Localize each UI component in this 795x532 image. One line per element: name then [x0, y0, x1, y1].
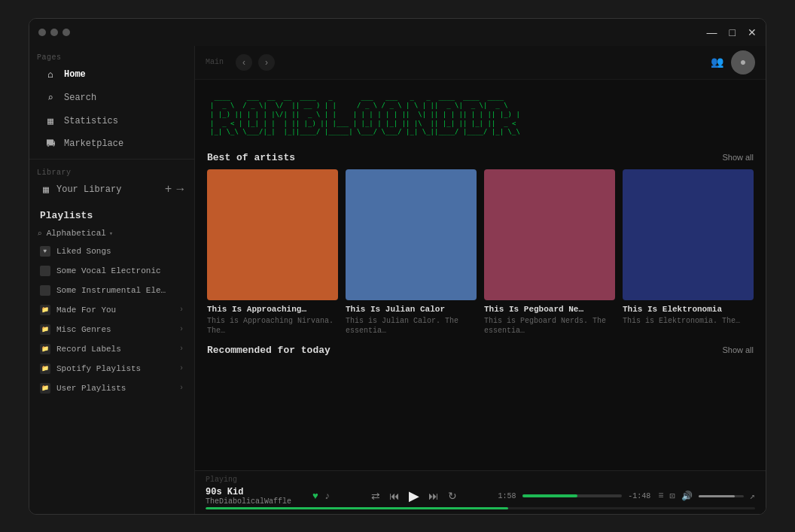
volume-bar[interactable] [699, 495, 744, 497]
fullscreen-icon[interactable]: ↗ [750, 491, 755, 502]
artist-card-julian-calor[interactable]: This Is Julian Calor This is Julian Calo… [346, 169, 477, 336]
artist-card-image-elektronomia [623, 169, 754, 300]
music-note-icon[interactable]: ♪ [324, 491, 330, 502]
shuffle-button[interactable]: ⇄ [371, 490, 380, 502]
playlist-item-liked[interactable]: ♥ Liked Songs [29, 242, 194, 261]
playlist-item-instrumental[interactable]: Some Instrumental Ele… [29, 281, 194, 300]
maximize-button[interactable]: □ [730, 26, 736, 38]
liked-songs-icon: ♥ [40, 246, 50, 257]
artist-card-title-julian: This Is Julian Calor [346, 305, 477, 314]
sidebar-item-marketplace[interactable]: ⛟ Marketplace [34, 133, 190, 155]
record-labels-folder-icon: 📁 [40, 344, 50, 354]
app-window: — □ ✕ Pages ⌂ Home ⌕ Search ▦ Statistics [29, 18, 766, 515]
track-artist: TheDiabolicalWaffle [206, 497, 303, 506]
track-info: 90s Kid TheDiabolicalWaffle [206, 487, 303, 506]
minimize-button[interactable]: — [707, 26, 717, 38]
player-right-controls: ≡ ⊡ 🔊 ↗ [658, 491, 755, 502]
prev-button[interactable]: ⏮ [389, 490, 400, 502]
playlist-item-misc-genres[interactable]: 📁 Misc Genres › [29, 320, 194, 339]
playlist-item-spotify-playlists[interactable]: 📁 Spotify Playlists › [29, 359, 194, 378]
misc-genres-folder-icon: 📁 [40, 324, 50, 335]
artist-card-subtitle-julian: This is Julian Calor. The essentia… [346, 316, 477, 336]
artist-card-title-approaching: This Is Approaching… [207, 305, 338, 314]
your-library-label: Your Library [56, 184, 160, 195]
user-playlists-chevron-icon: › [179, 384, 184, 392]
progress-bar[interactable] [522, 494, 623, 497]
playlist-item-vocal-electronic[interactable]: Some Vocal Electronic [29, 261, 194, 281]
spotify-playlists-label: Spotify Playlists [56, 364, 141, 373]
sidebar-item-statistics[interactable]: ▦ Statistics [34, 110, 190, 132]
artist-card-approaching-nirvana[interactable]: This Is Approaching… This is Approaching… [207, 169, 338, 336]
sidebar: Pages ⌂ Home ⌕ Search ▦ Statistics ⛟ Mar… [29, 46, 195, 514]
close-button[interactable]: ✕ [748, 26, 757, 38]
artist-card-title-elektronomia: This Is Elektronomia [623, 305, 754, 314]
full-progress-bar[interactable] [206, 507, 755, 509]
app-body: Pages ⌂ Home ⌕ Search ▦ Statistics ⛟ Mar… [29, 46, 766, 514]
artist-card-elektronomia[interactable]: This Is Elektronomia This is Elektronomi… [623, 169, 754, 336]
traffic-light-maximize[interactable] [62, 29, 70, 36]
forward-button[interactable]: › [258, 54, 275, 71]
library-label: Library [29, 164, 194, 178]
queue-icon[interactable]: ≡ [658, 491, 663, 501]
artist-card-image-pegboard [484, 169, 615, 300]
full-progress-row [206, 507, 755, 509]
recommended-show-all[interactable]: Show all [722, 345, 754, 354]
instrumental-label: Some Instrumental Ele… [56, 286, 166, 295]
expand-library-button[interactable]: → [176, 183, 184, 196]
search-icon: ⌕ [44, 92, 56, 104]
pages-section: Pages ⌂ Home ⌕ Search ▦ Statistics ⛟ Mar… [29, 46, 194, 159]
recommended-title: Recommended for today [207, 345, 330, 356]
traffic-light-close[interactable] [38, 29, 46, 36]
artist-card-pegboard-nerds[interactable]: This Is Pegboard Ne… This is Pegboard Ne… [484, 169, 615, 336]
library-section: Library ▦ Your Library + → [29, 159, 194, 205]
best-of-artists-header: Best of artists Show all [207, 152, 754, 163]
titlebar: — □ ✕ [29, 19, 766, 46]
recommended-header: Recommended for today Show all [207, 345, 754, 356]
traffic-light-minimize[interactable] [50, 29, 58, 36]
home-icon: ⌂ [44, 69, 56, 81]
playing-label: Playing [206, 476, 755, 484]
volume-icon[interactable]: 🔊 [681, 491, 693, 502]
avatar[interactable]: ● [731, 50, 755, 74]
best-of-artists-show-all[interactable]: Show all [722, 153, 754, 162]
progress-bar-fill [522, 494, 577, 497]
playlists-section: Playlists ⌕ Alphabetical ▾ ♥ Liked Songs… [29, 205, 194, 514]
play-button[interactable]: ▶ [409, 488, 419, 504]
marketplace-icon: ⛟ [44, 138, 56, 150]
player-controls: ⇄ ⏮ ▶ ⏭ ↻ [338, 488, 491, 504]
best-of-artists-title: Best of artists [207, 152, 295, 163]
devices-icon[interactable]: ⊡ [670, 491, 675, 502]
misc-genres-chevron-icon: › [179, 325, 184, 333]
sidebar-item-search[interactable]: ⌕ Search [34, 87, 190, 109]
artist-card-subtitle-approaching: This is Approaching Nirvana. The… [207, 316, 338, 336]
artist-card-title-pegboard: This Is Pegboard Ne… [484, 305, 615, 314]
instrumental-icon [40, 285, 50, 296]
window-controls: — □ ✕ [707, 26, 757, 38]
artist-cards-grid: This Is Approaching… This is Approaching… [207, 169, 754, 336]
playlist-item-user-playlists[interactable]: 📁 User Playlists › [29, 378, 194, 398]
sidebar-item-home-label: Home [64, 69, 86, 80]
repeat-button[interactable]: ↻ [448, 490, 457, 502]
sidebar-item-search-label: Search [64, 93, 96, 103]
library-icon: ▦ [40, 184, 52, 196]
group-icon[interactable]: 👥 [711, 56, 723, 68]
filter-search-icon[interactable]: ⌕ [37, 229, 42, 239]
spotify-playlists-chevron-icon: › [179, 364, 184, 372]
back-button[interactable]: ‹ [236, 54, 252, 71]
heart-icon[interactable]: ♥ [312, 491, 318, 502]
add-library-button[interactable]: + [165, 183, 172, 196]
next-button[interactable]: ⏭ [428, 490, 439, 502]
record-labels-chevron-icon: › [179, 345, 184, 353]
playlist-item-made-for-you[interactable]: 📁 Made For You › [29, 300, 194, 320]
sidebar-item-home[interactable]: ⌂ Home [34, 64, 190, 86]
record-labels-label: Record Labels [56, 345, 121, 354]
misc-genres-label: Misc Genres [56, 325, 111, 334]
playlists-header: Playlists [29, 205, 194, 226]
main-header-actions: 👥 ● [711, 50, 755, 74]
filter-chevron-icon: ▾ [109, 230, 113, 238]
playlist-item-record-labels[interactable]: 📁 Record Labels › [29, 339, 194, 359]
filter-dropdown[interactable]: Alphabetical ▾ [47, 229, 114, 238]
player-content: 90s Kid TheDiabolicalWaffle ♥ ♪ ⇄ ⏮ ▶ ⏭ … [206, 487, 755, 506]
total-time: -1:48 [628, 492, 650, 500]
vocal-electronic-icon [40, 266, 50, 276]
